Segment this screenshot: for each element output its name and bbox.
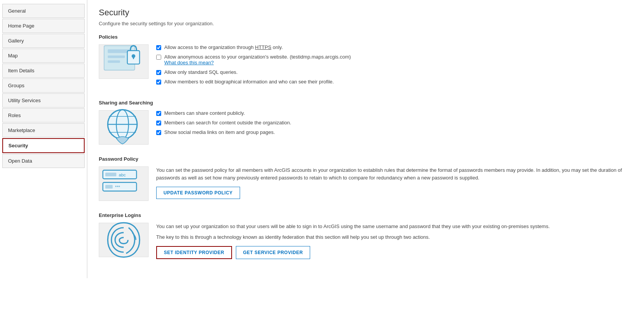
checkbox-sql: Allow only standard SQL queries. bbox=[156, 69, 633, 75]
checkbox-anon-label: Allow anonymous access to your organizat… bbox=[164, 54, 351, 65]
checkbox-share-public-input[interactable] bbox=[156, 111, 161, 116]
checkbox-social-media-label: Show social media links on item and grou… bbox=[164, 129, 275, 135]
sharing-icon bbox=[99, 110, 149, 145]
sidebar-item-roles[interactable]: Roles bbox=[2, 108, 85, 122]
sharing-row: Members can share content publicly. Memb… bbox=[99, 110, 633, 145]
checkbox-https-label: Allow access to the organization through… bbox=[164, 44, 283, 50]
checkbox-share-public: Members can share content publicly. bbox=[156, 110, 633, 116]
password-policy-section: Password Policy abc *** You can set the … bbox=[99, 156, 633, 201]
fingerprint-icon bbox=[99, 215, 148, 264]
enterprise-logins-icon bbox=[99, 223, 149, 257]
svg-rect-6 bbox=[133, 56, 134, 59]
main-content: Security Configure the security settings… bbox=[87, 0, 644, 278]
page-subtitle: Configure the security settings for your… bbox=[99, 21, 633, 26]
sidebar-item-marketplace[interactable]: Marketplace bbox=[2, 123, 85, 137]
password-policy-row: abc *** You can set the password policy … bbox=[99, 166, 633, 201]
enterprise-logins-row: You can set up your organization so that… bbox=[99, 223, 633, 259]
svg-rect-2 bbox=[108, 55, 125, 58]
sharing-section: Sharing and Searching Members can share … bbox=[99, 100, 633, 145]
what-does-this-mean-link[interactable]: What does this mean? bbox=[164, 60, 214, 65]
enterprise-text-2: The key to this is through a technology … bbox=[156, 233, 633, 241]
enterprise-logins-section: Enterprise Logins You can set up your or… bbox=[99, 212, 633, 259]
sharing-title: Sharing and Searching bbox=[99, 100, 633, 106]
svg-text:abc: abc bbox=[119, 173, 126, 177]
sidebar-item-open-data[interactable]: Open Data bbox=[2, 154, 85, 168]
checkbox-bio-input[interactable] bbox=[156, 80, 161, 85]
sidebar-item-home-page[interactable]: Home Page bbox=[2, 19, 85, 33]
set-identity-provider-button[interactable]: SET IDENTITY PROVIDER bbox=[156, 246, 232, 259]
update-password-policy-button[interactable]: UPDATE PASSWORD POLICY bbox=[156, 187, 240, 199]
svg-rect-13 bbox=[105, 173, 116, 176]
sharing-content: Members can share content publicly. Memb… bbox=[156, 110, 633, 139]
sidebar-item-gallery[interactable]: Gallery bbox=[2, 34, 85, 48]
page-title: Security bbox=[99, 8, 633, 18]
sidebar: GeneralHome PageGalleryMapItem DetailsGr… bbox=[0, 0, 87, 278]
svg-text:***: *** bbox=[115, 185, 121, 189]
checkbox-anon-input[interactable] bbox=[156, 55, 161, 60]
sidebar-item-item-details[interactable]: Item Details bbox=[2, 64, 85, 78]
checkbox-bio: Allow members to edit biographical infor… bbox=[156, 79, 633, 85]
checkbox-social-media-input[interactable] bbox=[156, 130, 161, 135]
policies-section: Policies Allow access to the organizat bbox=[99, 34, 633, 88]
policies-row: Allow access to the organization through… bbox=[99, 44, 633, 88]
sidebar-item-security[interactable]: Security bbox=[2, 138, 85, 153]
password-policy-title: Password Policy bbox=[99, 156, 633, 162]
password-policy-description: You can set the password policy for all … bbox=[156, 166, 633, 181]
checkbox-share-public-label: Members can share content publicly. bbox=[164, 110, 245, 116]
svg-rect-3 bbox=[108, 60, 120, 63]
checkbox-search-outside-label: Members can search for content outside t… bbox=[164, 120, 291, 126]
checkbox-social-media: Show social media links on item and grou… bbox=[156, 129, 633, 135]
enterprise-logins-content: You can set up your organization so that… bbox=[156, 223, 633, 259]
sidebar-item-utility-services[interactable]: Utility Services bbox=[2, 93, 85, 108]
globe-icon bbox=[99, 103, 148, 152]
enterprise-logins-title: Enterprise Logins bbox=[99, 212, 633, 218]
checkbox-sql-label: Allow only standard SQL queries. bbox=[164, 69, 238, 75]
policies-content: Allow access to the organization through… bbox=[156, 44, 633, 88]
checkbox-https-input[interactable] bbox=[156, 45, 161, 50]
checkbox-https: Allow access to the organization through… bbox=[156, 44, 633, 50]
get-service-provider-button[interactable]: GET SERVICE PROVIDER bbox=[236, 246, 310, 259]
lock-icon bbox=[99, 37, 148, 86]
password-policy-content: You can set the password policy for all … bbox=[156, 166, 633, 199]
enterprise-buttons-row: SET IDENTITY PROVIDER GET SERVICE PROVID… bbox=[156, 246, 633, 259]
checkbox-anon: Allow anonymous access to your organizat… bbox=[156, 54, 633, 65]
policies-title: Policies bbox=[99, 34, 633, 40]
sidebar-item-map[interactable]: Map bbox=[2, 49, 85, 63]
sidebar-item-general[interactable]: General bbox=[2, 4, 85, 18]
policies-icon bbox=[99, 44, 149, 79]
enterprise-text-1: You can set up your organization so that… bbox=[156, 223, 633, 230]
checkbox-sql-input[interactable] bbox=[156, 70, 161, 75]
checkbox-search-outside-input[interactable] bbox=[156, 121, 161, 126]
svg-rect-16 bbox=[105, 185, 113, 189]
sidebar-item-groups[interactable]: Groups bbox=[2, 78, 85, 93]
password-policy-icon: abc *** bbox=[99, 166, 149, 201]
password-icon: abc *** bbox=[99, 159, 148, 208]
checkbox-search-outside: Members can search for content outside t… bbox=[156, 120, 633, 126]
checkbox-bio-label: Allow members to edit biographical infor… bbox=[164, 79, 334, 85]
